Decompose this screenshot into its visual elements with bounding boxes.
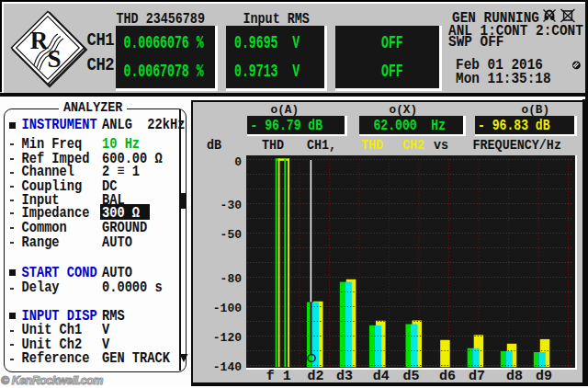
svg-text:S: S	[47, 45, 61, 73]
svg-text:R: R	[30, 27, 49, 54]
